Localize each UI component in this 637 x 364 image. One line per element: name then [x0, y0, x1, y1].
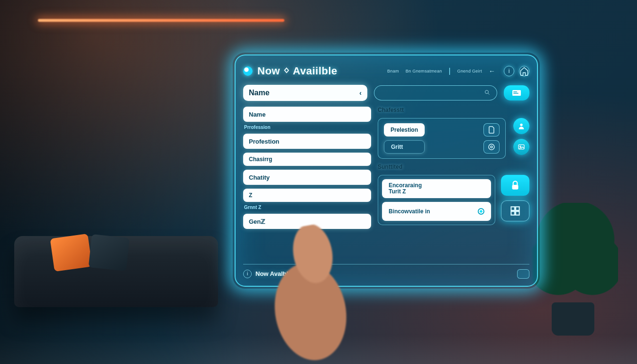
back-arrow-icon[interactable]: ←	[489, 67, 495, 75]
svg-point-6	[491, 146, 492, 148]
info-icon[interactable]: i	[243, 270, 252, 278]
genz-field[interactable]: Genℤ	[243, 214, 371, 229]
svg-point-9	[520, 146, 521, 147]
list-item[interactable]: Encoraraing Turit Z	[382, 179, 491, 198]
header-tab[interactable]: Gnend Geirt	[457, 69, 482, 73]
pillow	[89, 234, 130, 271]
name-dropdown-label: Name	[249, 89, 270, 97]
grid-icon	[509, 205, 521, 217]
svg-rect-10	[512, 185, 519, 190]
option-pill[interactable]: Prelestion	[384, 123, 425, 136]
svg-point-5	[489, 144, 494, 150]
holographic-panel: Now ᛜ Avaiilble Bnam Bn Gnemsatmean | Gn…	[235, 55, 538, 287]
header-tabs: Bnam Bn Gnemsatmean | Gnend Geirt ←	[387, 67, 495, 75]
svg-point-0	[485, 91, 489, 94]
pillow	[50, 234, 92, 272]
footer-text: Now Avalble fale	[255, 270, 304, 277]
z-field[interactable]: Z	[243, 189, 371, 202]
search-input[interactable]	[374, 85, 497, 100]
svg-line-1	[488, 93, 490, 95]
footer-chip-button[interactable]	[517, 269, 529, 279]
image-icon[interactable]	[513, 139, 529, 155]
list-item[interactable]: Bincowvatile in	[382, 202, 491, 221]
options-card: Prelestion Gritt	[378, 118, 506, 159]
flag-icon	[512, 90, 521, 96]
right-column: Chafesstt Prelestion Gritt	[378, 107, 529, 260]
option-pill[interactable]: Gritt	[384, 140, 425, 154]
toolbar: Name ‹	[243, 85, 529, 101]
secondary-action-button[interactable]	[501, 200, 529, 221]
profession-field[interactable]: Profestion	[243, 134, 371, 149]
svg-rect-11	[511, 207, 515, 210]
ceiling-light	[38, 19, 284, 22]
svg-rect-13	[511, 211, 515, 215]
document-icon[interactable]	[483, 123, 500, 136]
entries-card: Encoraraing Turit Z Bincowvatile in	[378, 175, 495, 225]
submit-button[interactable]	[504, 85, 529, 100]
target-icon[interactable]	[483, 140, 500, 154]
lock-button[interactable]	[501, 175, 529, 196]
lock-icon	[509, 179, 521, 191]
svg-rect-4	[513, 93, 519, 94]
panel-title: Now ᛜ Avaiilble	[257, 65, 337, 77]
field-sublabel: Grnnt Z	[243, 205, 371, 210]
person-icon[interactable]	[513, 118, 529, 134]
chevron-left-icon: ‹	[359, 89, 362, 97]
home-icon[interactable]	[519, 66, 529, 76]
info-icon[interactable]: i	[504, 66, 514, 76]
panel-header: Now ᛜ Avaiilble Bnam Bn Gnemsatmean | Gn…	[243, 62, 529, 80]
charity-field[interactable]: Chatity	[243, 170, 371, 185]
search-icon	[484, 90, 490, 96]
panel-footer: i Now Avalble fale	[243, 264, 529, 280]
section-heading: Sunttited	[378, 164, 529, 170]
name-dropdown[interactable]: Name ‹	[243, 85, 367, 101]
plant-pot	[552, 302, 594, 336]
chasing-field[interactable]: Chasirrg	[243, 153, 371, 166]
section-heading: Chafesstt	[378, 107, 529, 113]
svg-rect-3	[513, 91, 517, 92]
name-field[interactable]: Name	[243, 107, 371, 122]
app-logo-icon	[243, 66, 253, 76]
header-tab[interactable]: Bn Gnemsatmean	[406, 69, 442, 73]
svg-rect-14	[516, 211, 519, 215]
header-tab[interactable]: Bnam	[387, 69, 399, 73]
left-form-column: Name Prrofession Profestion Chasirrg Cha…	[243, 107, 371, 260]
svg-rect-12	[516, 207, 519, 210]
radio-selected-icon	[478, 208, 484, 215]
field-sublabel: Prrofession	[243, 125, 371, 130]
svg-point-7	[520, 124, 522, 126]
